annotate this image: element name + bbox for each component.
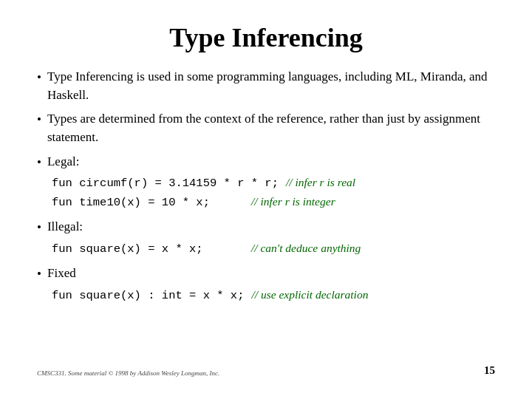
code-comment-4: // use explicit declaration: [251, 287, 368, 303]
bullet-item-3: • Legal: fun circumf(r) = 3.14159 * r * …: [37, 153, 495, 213]
slide-footer: CMSC331. Some material © 1998 by Addison…: [37, 360, 495, 377]
bullet-item-5: • Fixed fun square(x) : int = x * x; // …: [37, 265, 495, 305]
code-line-2: fun time10(x) = 10 * x; // infer r is in…: [52, 194, 355, 211]
slide-title: Type Inferencing: [37, 22, 495, 53]
bullet-text-4: Illegal:: [47, 218, 83, 236]
code-comment-3: // can't deduce anything: [251, 240, 361, 256]
bullet-item-4: • Illegal: fun square(x) = x * x; // can…: [37, 218, 495, 259]
code-block-fixed: fun square(x) : int = x * x; // use expl…: [52, 287, 368, 305]
code-text-3: fun square(x) = x * x;: [52, 241, 244, 257]
slide-content: • Type Inferencing is used in some progr…: [37, 68, 495, 360]
bullet-text-2: Types are determined from the context of…: [47, 110, 495, 146]
bullet-dot-3: •: [37, 154, 41, 172]
code-comment-2: // infer r is integer: [251, 194, 335, 210]
code-comment-1: // infer r is real: [286, 174, 355, 191]
bullet-dot-4: •: [37, 219, 41, 237]
bullet-dot-2: •: [37, 111, 41, 129]
code-text-2: fun time10(x) = 10 * x;: [52, 194, 244, 211]
code-text-1: fun circumf(r) = 3.14159 * r * r;: [52, 175, 279, 191]
bullet-dot-1: •: [37, 69, 41, 87]
code-block-illegal: fun square(x) = x * x; // can't deduce a…: [52, 240, 361, 259]
bullet-item-2: • Types are determined from the context …: [37, 110, 495, 146]
code-line-4: fun square(x) : int = x * x; // use expl…: [52, 287, 368, 304]
bullet-text-1: Type Inferencing is used in some program…: [47, 68, 495, 104]
page-number: 15: [484, 364, 495, 377]
code-text-4: fun square(x) : int = x * x;: [52, 287, 244, 304]
bullet-dot-5: •: [37, 265, 41, 284]
slide: Type Inferencing • Type Inferencing is u…: [0, 0, 532, 399]
code-line-3: fun square(x) = x * x; // can't deduce a…: [52, 240, 361, 257]
footer-credit: CMSC331. Some material © 1998 by Addison…: [37, 369, 219, 377]
code-block-legal: fun circumf(r) = 3.14159 * r * r; // inf…: [52, 174, 355, 212]
bullet-item-1: • Type Inferencing is used in some progr…: [37, 68, 495, 104]
bullet-text-3: Legal:: [47, 153, 79, 171]
bullet-text-5: Fixed: [47, 265, 76, 283]
code-line-1: fun circumf(r) = 3.14159 * r * r; // inf…: [52, 174, 355, 191]
